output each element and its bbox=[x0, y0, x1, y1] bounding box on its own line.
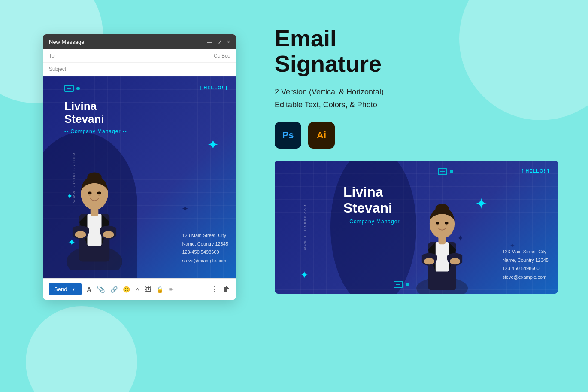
drive-icon[interactable]: △ bbox=[135, 286, 140, 293]
emoji-icon[interactable]: 🙂 bbox=[123, 286, 130, 293]
photoshop-icon: Ps bbox=[275, 122, 301, 149]
link-icon[interactable]: 🔗 bbox=[110, 286, 118, 293]
product-subtitle: 2 Version (Vertical & Horizontal) Editab… bbox=[275, 85, 558, 112]
send-dropdown-arrow[interactable]: ▾ bbox=[70, 287, 75, 292]
signature-vertical-card: WWW.BUSINESS.COM [ HELLO! ] Livina Steva… bbox=[43, 76, 236, 278]
first-name: Livina bbox=[64, 100, 127, 113]
subject-field-row: Subject bbox=[43, 63, 236, 76]
last-name: Stevani bbox=[64, 113, 127, 126]
person-image-vertical bbox=[56, 158, 142, 278]
email-toolbar: Send ▾ A 📎 🔗 🙂 △ 🖼 🔒 ✏ ⋮ 🗑 bbox=[43, 278, 236, 300]
h-vertical-website: WWW.BUSINESS.COM bbox=[304, 204, 307, 250]
phone-number: 123-450 5498600 bbox=[182, 248, 228, 257]
title-line1: Email bbox=[275, 25, 336, 51]
svg-point-7 bbox=[87, 172, 101, 182]
h-first-name: Livina bbox=[343, 184, 406, 200]
h-email: steve@example.com bbox=[502, 273, 549, 282]
close-icon[interactable]: × bbox=[227, 39, 230, 45]
h-address-line2: Name, Country 12345 bbox=[502, 256, 549, 265]
bg-blob-bottom-left bbox=[26, 306, 137, 392]
to-input[interactable] bbox=[73, 53, 214, 59]
right-section: Email Signature 2 Version (Vertical & Ho… bbox=[275, 26, 558, 294]
h-bottom-icon bbox=[394, 281, 409, 288]
email-window: New Message — ⤢ × To Cc Bcc Subject bbox=[43, 34, 236, 300]
h-left-line bbox=[293, 161, 293, 294]
svg-point-4 bbox=[103, 231, 114, 238]
h-hello-text: [ HELLO! ] bbox=[522, 168, 549, 173]
svg-rect-14 bbox=[436, 242, 449, 272]
contact-area: 123 Main Street, City Name, Country 1234… bbox=[182, 231, 228, 265]
lock-icon[interactable]: 🔒 bbox=[156, 286, 164, 293]
h-last-name: Stevani bbox=[343, 200, 406, 216]
subject-input[interactable] bbox=[73, 66, 230, 72]
more-options-icon[interactable]: ⋮ bbox=[211, 285, 218, 293]
svg-point-16 bbox=[450, 258, 460, 264]
h-star-bottom: ✦ bbox=[300, 270, 308, 281]
h-icon-box bbox=[438, 168, 447, 175]
minimize-icon[interactable]: — bbox=[207, 39, 212, 45]
maximize-icon[interactable]: ⤢ bbox=[218, 39, 222, 45]
h-address-line1: 123 Main Street, City bbox=[502, 248, 549, 256]
h-job-title: -- Company Manager -- bbox=[343, 219, 406, 225]
email-window-title: New Message bbox=[49, 39, 84, 45]
h-bottom-icon-dot bbox=[406, 283, 409, 286]
window-controls: — ⤢ × bbox=[207, 39, 230, 45]
svg-point-15 bbox=[424, 258, 434, 264]
send-label: Send bbox=[54, 286, 67, 292]
subject-label: Subject bbox=[49, 66, 73, 72]
star-dark: ✦ bbox=[182, 204, 189, 214]
top-icon-group bbox=[64, 85, 80, 92]
to-field-row: To Cc Bcc bbox=[43, 49, 236, 63]
person-image-horizontal bbox=[403, 191, 481, 294]
address-line1: 123 Main Street, City bbox=[182, 231, 228, 240]
app-icons: Ps Ai bbox=[275, 122, 558, 149]
cc-bcc-label[interactable]: Cc Bcc bbox=[214, 53, 230, 59]
subtitle-line1: 2 Version (Vertical & Horizontal) bbox=[275, 88, 384, 96]
job-title: -- Company Manager -- bbox=[64, 128, 127, 134]
svg-point-3 bbox=[75, 231, 86, 238]
subtitle-line2: Editable Text, Colors, & Photo bbox=[275, 100, 377, 109]
product-title: Email Signature bbox=[275, 26, 558, 77]
delete-icon[interactable]: 🗑 bbox=[223, 286, 230, 293]
h-phone: 123-450 5498600 bbox=[502, 264, 549, 273]
h-top-icon-group bbox=[438, 168, 453, 175]
svg-point-11 bbox=[97, 191, 101, 194]
h-bottom-icon-box bbox=[394, 281, 403, 288]
to-label: To bbox=[49, 53, 73, 59]
h-icon-dot bbox=[450, 170, 453, 173]
name-area: Livina Stevani -- Company Manager -- bbox=[64, 100, 127, 134]
h-contact-area: 123 Main Street, City Name, Country 1234… bbox=[502, 248, 549, 282]
send-button[interactable]: Send ▾ bbox=[49, 283, 82, 295]
email-address: steve@example.com bbox=[182, 257, 228, 265]
svg-point-23 bbox=[445, 222, 449, 224]
icon-dot bbox=[76, 87, 80, 90]
email-compose-section: New Message — ⤢ × To Cc Bcc Subject bbox=[43, 34, 236, 300]
pen-icon[interactable]: ✏ bbox=[169, 286, 174, 293]
signature-horizontal-card: WWW.BUSINESS.COM [ HELLO! ] Livina Steva… bbox=[275, 161, 558, 294]
title-line2: Signature bbox=[275, 51, 382, 76]
email-titlebar: New Message — ⤢ × bbox=[43, 34, 236, 49]
svg-point-10 bbox=[88, 191, 91, 194]
h-name-area: Livina Stevani -- Company Manager -- bbox=[343, 184, 406, 225]
hello-text: [ HELLO! ] bbox=[200, 85, 227, 90]
image-icon[interactable]: 🖼 bbox=[145, 286, 151, 293]
svg-rect-2 bbox=[87, 214, 101, 246]
icon-box bbox=[64, 85, 74, 92]
email-fields: To Cc Bcc Subject bbox=[43, 49, 236, 76]
star-large-right: ✦ bbox=[207, 137, 219, 153]
text-format-icon[interactable]: A bbox=[87, 286, 91, 293]
address-line2: Name, Country 12345 bbox=[182, 240, 228, 249]
attachment-icon[interactable]: 📎 bbox=[97, 285, 105, 293]
illustrator-icon: Ai bbox=[308, 122, 335, 149]
svg-point-19 bbox=[436, 204, 449, 213]
svg-point-22 bbox=[436, 222, 439, 224]
